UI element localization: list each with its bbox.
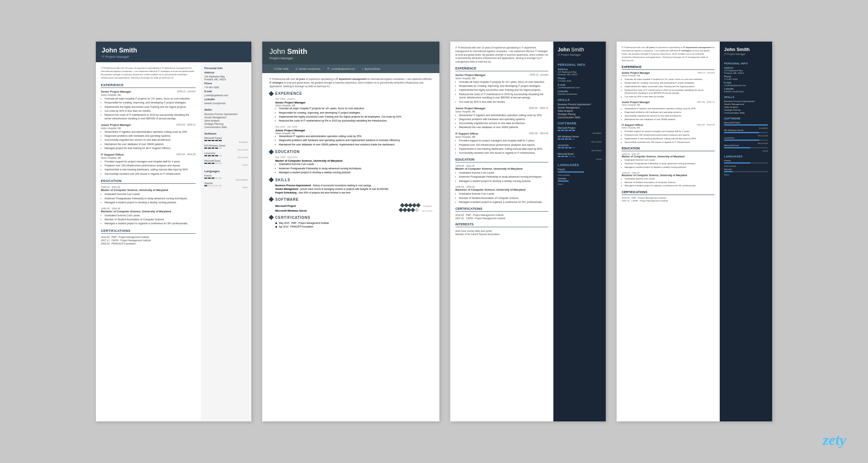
- resume1-edu-1: 1999-09 - 2001-05 Master of Computer Sci…: [101, 186, 196, 204]
- resume3-edu-1: 1999-09 - 2001-05 Master of Computer Sci…: [455, 165, 548, 183]
- resume2-education-section: EDUCATION Sep 1996 - May 2001 Master of …: [269, 150, 432, 174]
- resume2-body: IT Professional with over 10 years of ex…: [262, 73, 439, 236]
- resume2-contact: 📞 774-987-4009 in linkedin.com/johnstu ✉…: [262, 64, 439, 73]
- resume-2: John Smith Project Manager 📞 774-987-400…: [262, 42, 439, 421]
- resume4-name: John Smith: [724, 47, 768, 52]
- resume2-edu-1: Sep 1996 - May 2001 Master of Computer S…: [269, 156, 432, 174]
- diamond-icon-3: [269, 177, 274, 182]
- resume3-title: IT Project Manager: [558, 53, 601, 56]
- resume1-sidebar: Personal Info Address 134 Rightward Way …: [201, 62, 251, 421]
- resume2-job-1: Dec 2006 - present Senior Project Manage…: [269, 98, 432, 123]
- resume4-sidebar: John Smith IT Project Manager Personal I…: [720, 42, 772, 421]
- resume3-job-1: Senior Project Manager 2005-12 - present…: [455, 73, 548, 104]
- resume3-main: IT Professional with over 10 years of ex…: [450, 42, 553, 421]
- resume2-header: John Smith Project Manager: [262, 42, 439, 64]
- resume4-job-3: IT Support Officer Seton Hospital, ME 20…: [622, 124, 715, 144]
- resume1-intro: IT Professional with over 10 years of ex…: [101, 67, 196, 80]
- resume1-job-2: Junior Project Manager 2004-09 - 2006-12…: [101, 123, 196, 150]
- resume1-name: John Smith: [102, 47, 246, 54]
- resume3-edu-2: 1996-09 - 1999-06 Bachelor of Computer S…: [455, 186, 548, 204]
- resume3-job-2: Junior Project Manager 2004-09 - 2006-12…: [455, 107, 548, 129]
- email-icon: ✉: [327, 67, 329, 70]
- resume-1: John Smith IT Project Manager IT Profess…: [96, 42, 251, 421]
- resume1-edu-2: 1996-09 - 1999-06 Bachelor of Computer S…: [101, 207, 196, 225]
- resume2-name: John Smith: [269, 47, 432, 56]
- resume2-skills-section: SKILLS Business Process Improvement - hi…: [269, 178, 432, 194]
- resume2-experience-section: EXPERIENCE Dec 2006 - present Senior Pro…: [269, 92, 432, 146]
- resume1-title: IT Project Manager: [102, 55, 246, 59]
- resume4-title: IT Project Manager: [724, 53, 768, 55]
- zety-watermark: zety: [823, 431, 846, 449]
- resume1-job-3: IT Support Officer 2002-08 - 2004-09 Set…: [101, 153, 196, 176]
- resume4-job-2: Junior Project Manager Seton Hospital, M…: [622, 101, 715, 121]
- twitter-icon: t: [362, 68, 363, 70]
- resume1-main: IT Professional with over 10 years of ex…: [96, 62, 201, 421]
- diamond-icon-4: [269, 197, 274, 202]
- resume3-name: John Smith: [558, 47, 601, 52]
- resume3-sidebar: John Smith IT Project Manager Personal I…: [553, 42, 606, 421]
- resume1-experience-title: Experience: [101, 83, 196, 88]
- page-container: John Smith IT Project Manager IT Profess…: [0, 0, 868, 463]
- resume2-job-2: Sep 2004 - Dec 2006 Junior Project Manag…: [269, 126, 432, 146]
- resume-4: IT Professional with over 10 years of ex…: [617, 42, 772, 421]
- diamond-icon-5: [269, 215, 274, 220]
- resume1-cert-title: Certifications: [101, 229, 196, 234]
- diamond-icon-2: [269, 149, 274, 154]
- resume1-header: John Smith IT Project Manager: [96, 42, 251, 62]
- linkedin-icon: in: [295, 68, 297, 70]
- resume4-job-1: Senior Project Manager Seton Hospital, M…: [622, 72, 715, 98]
- resume3-job-3: IT Support Officer 2002-08 - 2004-09 Set…: [455, 132, 548, 155]
- resume-3: IT Professional with over 10 years of ex…: [450, 42, 606, 421]
- resume1-job-1: Senior Project Manager 2006-12 - present…: [101, 90, 196, 120]
- resume2-title: Project Manager: [269, 56, 432, 60]
- resume1-education-title: Education: [101, 179, 196, 184]
- phone-icon: 📞: [269, 67, 272, 70]
- diamond-icon: [269, 91, 274, 96]
- resume4-main: IT Professional with over 10 years of ex…: [617, 42, 720, 421]
- resume2-software-section: SOFTWARE Microsoft Project Excellent Mic…: [269, 197, 432, 212]
- resume2-cert-section: CERTIFICATIONS ◆ May 2015 PMP - Project …: [269, 216, 432, 228]
